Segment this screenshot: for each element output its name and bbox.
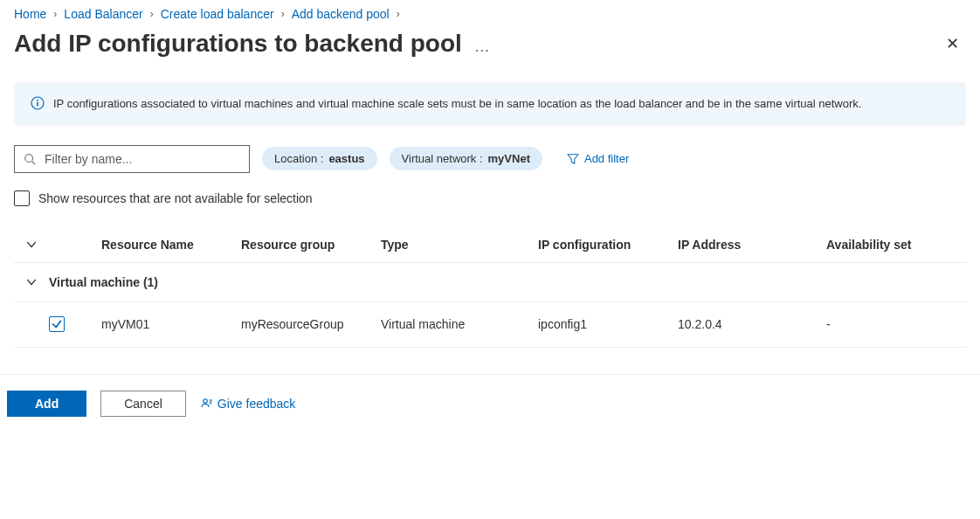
breadcrumb-link[interactable]: Load Balancer	[64, 7, 142, 21]
location-filter-label: Location :	[274, 152, 323, 165]
more-menu-icon[interactable]: …	[474, 38, 490, 56]
chevron-right-icon: ›	[150, 8, 154, 20]
vnet-filter-value: myVNet	[488, 152, 530, 165]
chevron-right-icon: ›	[281, 8, 285, 20]
breadcrumb-link[interactable]: Home	[14, 7, 46, 21]
col-resource-group: Resource group	[241, 238, 381, 252]
col-resource-name: Resource Name	[101, 238, 241, 252]
show-unavailable-label: Show resources that are not available fo…	[38, 191, 313, 205]
location-filter-pill[interactable]: Location : eastus	[262, 147, 377, 170]
vnet-filter-pill[interactable]: Virtual network : myVNet	[390, 147, 542, 170]
info-icon	[31, 96, 45, 110]
add-filter-button[interactable]: Add filter	[555, 147, 641, 170]
cell-ipaddr: 10.2.0.4	[678, 317, 826, 331]
col-ipaddr: IP Address	[678, 238, 826, 252]
search-input-wrap[interactable]	[14, 145, 250, 173]
location-filter-value: eastus	[328, 152, 364, 165]
table-header: Resource Name Resource group Type IP con…	[14, 227, 966, 263]
feedback-icon	[200, 397, 214, 411]
svg-line-4	[32, 161, 36, 164]
breadcrumb-link[interactable]: Create load balancer	[161, 7, 274, 21]
svg-point-5	[204, 398, 208, 403]
col-ipconfig: IP configuration	[538, 238, 678, 252]
check-icon	[51, 318, 63, 330]
row-checkbox[interactable]	[49, 316, 65, 332]
cell-ipconfig: ipconfig1	[538, 317, 678, 331]
svg-rect-2	[37, 102, 38, 107]
col-avset: Availability set	[826, 238, 966, 252]
resources-table: Resource Name Resource group Type IP con…	[14, 227, 966, 348]
search-input[interactable]	[43, 151, 240, 167]
add-filter-label: Add filter	[584, 152, 629, 165]
cell-avset: -	[826, 317, 966, 331]
show-unavailable-checkbox[interactable]	[14, 190, 30, 206]
svg-point-1	[37, 100, 38, 101]
chevron-right-icon: ›	[397, 8, 400, 20]
vnet-filter-label: Virtual network :	[402, 152, 483, 165]
cell-name: myVM01	[101, 317, 241, 331]
breadcrumb: Home › Load Balancer › Create load balan…	[14, 7, 966, 21]
col-type: Type	[381, 238, 538, 252]
give-feedback-link[interactable]: Give feedback	[200, 397, 296, 411]
filter-icon	[567, 153, 579, 165]
cell-type: Virtual machine	[381, 317, 538, 331]
info-text: IP configurations associated to virtual …	[53, 95, 861, 113]
search-icon	[24, 153, 36, 165]
svg-point-3	[25, 154, 33, 162]
group-label: Virtual machine (1)	[49, 275, 966, 289]
info-banner: IP configurations associated to virtual …	[14, 82, 966, 126]
chevron-right-icon: ›	[53, 8, 57, 20]
cell-group: myResourceGroup	[241, 317, 381, 331]
add-button[interactable]: Add	[7, 391, 86, 417]
close-icon[interactable]: ✕	[946, 34, 966, 53]
expand-all-toggle[interactable]	[14, 239, 49, 251]
table-row[interactable]: myVM01 myResourceGroup Virtual machine i…	[14, 302, 966, 348]
table-group-row[interactable]: Virtual machine (1)	[14, 263, 966, 302]
page-title: Add IP configurations to backend pool	[14, 30, 462, 58]
group-toggle[interactable]	[14, 276, 49, 288]
cancel-button[interactable]: Cancel	[100, 391, 186, 417]
feedback-label: Give feedback	[217, 397, 296, 411]
breadcrumb-link[interactable]: Add backend pool	[292, 7, 390, 21]
